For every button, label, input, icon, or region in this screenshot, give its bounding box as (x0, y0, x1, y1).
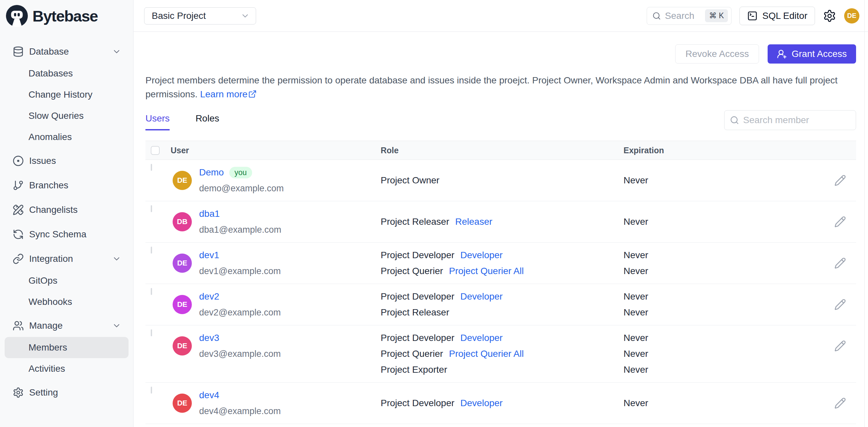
role-condition-link[interactable]: Developer (461, 333, 503, 343)
learn-more-label: Learn more (200, 89, 247, 99)
role-name: Project Exporter (381, 364, 447, 375)
role-name: Project Querier (381, 266, 443, 276)
sidebar-item-change-history[interactable]: Change History (0, 84, 133, 105)
tab-roles[interactable]: Roles (195, 113, 219, 130)
sidebar-item-label: GitOps (29, 275, 57, 286)
sql-editor-button[interactable]: SQL Editor (740, 7, 815, 25)
row-checkbox[interactable] (151, 164, 152, 171)
tabs-row: Users Roles (146, 110, 856, 133)
sidebar-item-manage[interactable]: Manage (0, 315, 133, 337)
role-condition-link[interactable]: Releaser (455, 217, 492, 227)
grant-access-button[interactable]: Grant Access (768, 44, 856, 64)
column-header-expiration: Expiration (623, 145, 816, 155)
member-name-link[interactable]: Demo (199, 167, 224, 178)
expiration-value: Never (623, 263, 816, 279)
member-search (724, 110, 856, 130)
member-avatar: DE (173, 394, 192, 413)
member-search-input[interactable] (743, 115, 863, 126)
sidebar-item-anomalies[interactable]: Anomalies (0, 126, 133, 147)
expiration-value: Never (623, 172, 816, 188)
edit-member-button[interactable] (834, 397, 846, 410)
role-condition-link[interactable]: Developer (461, 291, 503, 302)
role-condition-link[interactable]: Developer (461, 398, 503, 408)
grant-access-label: Grant Access (792, 48, 847, 59)
sidebar-item-label: Webhooks (29, 297, 72, 307)
sidebar-item-members[interactable]: Members (5, 337, 128, 358)
member-name-link[interactable]: dev1 (199, 250, 219, 261)
sidebar-item-label: Integration (29, 254, 73, 264)
user-cell: DB dba1 dba1@example.com (170, 206, 381, 238)
expiration-value: Never (623, 362, 816, 378)
member-name-link[interactable]: dev4 (199, 390, 219, 400)
row-checkbox[interactable] (151, 247, 152, 254)
sidebar-item-label: Changelists (29, 204, 78, 215)
members-page: Revoke Access Grant Access Project membe… (133, 32, 868, 427)
sidebar-item-branches[interactable]: Branches (0, 174, 133, 197)
role-condition-link[interactable]: Project Querier All (449, 349, 524, 359)
edit-member-button[interactable] (834, 174, 846, 187)
edit-member-button[interactable] (834, 298, 846, 311)
sidebar-item-integration[interactable]: Integration (0, 248, 133, 270)
sidebar-item-sync-schema[interactable]: Sync Schema (0, 223, 133, 245)
member-email: dba1@example.com (199, 222, 281, 238)
sidebar-item-slow-queries[interactable]: Slow Queries (0, 105, 133, 126)
edit-member-button[interactable] (834, 215, 846, 228)
settings-gear-icon[interactable] (823, 9, 836, 23)
chevron-down-icon (241, 11, 250, 21)
role-name: Project Developer (381, 250, 455, 261)
role-line: Project Releaser (381, 304, 623, 320)
role-name: Project Releaser (381, 217, 449, 227)
users-icon (12, 320, 24, 331)
member-avatar: DE (173, 295, 192, 314)
page-actions: Revoke Access Grant Access (146, 44, 856, 64)
sidebar-item-databases[interactable]: Databases (0, 63, 133, 84)
role-condition-link[interactable]: Project Querier All (449, 266, 524, 276)
terminal-icon (747, 10, 758, 21)
user-avatar[interactable]: DE (844, 8, 859, 24)
column-header-role: Role (381, 145, 623, 155)
sidebar-item-changelists[interactable]: Changelists (0, 199, 133, 221)
sidebar-item-database[interactable]: Database (0, 40, 133, 63)
member-name-link[interactable]: dba1 (199, 208, 220, 219)
global-search[interactable]: Search ⌘ K (647, 7, 732, 25)
expiration-cell: NeverNeverNever (623, 330, 816, 378)
role-name: Project Releaser (381, 307, 449, 318)
revoke-access-button[interactable]: Revoke Access (675, 44, 759, 64)
user-cell: DE dev3 dev3@example.com (170, 330, 381, 378)
sidebar-item-issues[interactable]: Issues (0, 150, 133, 172)
table-row-dev2: DE dev2 dev2@example.com Project Develop… (146, 284, 856, 325)
tab-users[interactable]: Users (146, 113, 169, 130)
member-name-link[interactable]: dev3 (199, 333, 219, 343)
row-checkbox[interactable] (151, 288, 152, 295)
sidebar-item-label: Change History (29, 89, 92, 100)
sidebar-item-webhooks[interactable]: Webhooks (0, 291, 133, 313)
sidebar-item-activities[interactable]: Activities (0, 358, 133, 379)
bytebase-logo[interactable]: Bytebase (0, 0, 133, 32)
row-checkbox[interactable] (151, 329, 152, 336)
user-plus-icon (777, 49, 787, 59)
learn-more-link[interactable]: Learn more (200, 89, 257, 99)
edit-member-button[interactable] (834, 257, 846, 270)
member-name-link[interactable]: dev2 (199, 291, 219, 302)
row-checkbox[interactable] (151, 205, 152, 212)
global-search-placeholder: Search (665, 10, 694, 21)
member-avatar: DE (173, 336, 192, 356)
roles-cell: Project ReleaserReleaser (381, 206, 623, 238)
pencil-ruler-icon (12, 204, 24, 216)
column-header-user: User (170, 145, 381, 155)
members-table-header: User Role Expiration (146, 141, 856, 160)
sql-editor-label: SQL Editor (762, 10, 807, 21)
sidebar-item-setting[interactable]: Setting (0, 381, 133, 404)
select-all-checkbox[interactable] (151, 146, 160, 155)
role-condition-link[interactable]: Developer (461, 250, 503, 261)
expiration-value: Never (623, 304, 816, 320)
sidebar-item-label: Sync Schema (29, 229, 87, 240)
edit-member-button[interactable] (834, 339, 846, 353)
project-selector[interactable]: Basic Project (144, 7, 256, 25)
expiration-cell: Never (623, 206, 816, 238)
role-line: Project DeveloperDeveloper (381, 330, 623, 346)
git-branch-icon (12, 180, 24, 191)
roles-cell: Project DeveloperDeveloperProject Querie… (381, 330, 623, 378)
row-checkbox[interactable] (151, 387, 152, 394)
sidebar-item-gitops[interactable]: GitOps (0, 270, 133, 291)
